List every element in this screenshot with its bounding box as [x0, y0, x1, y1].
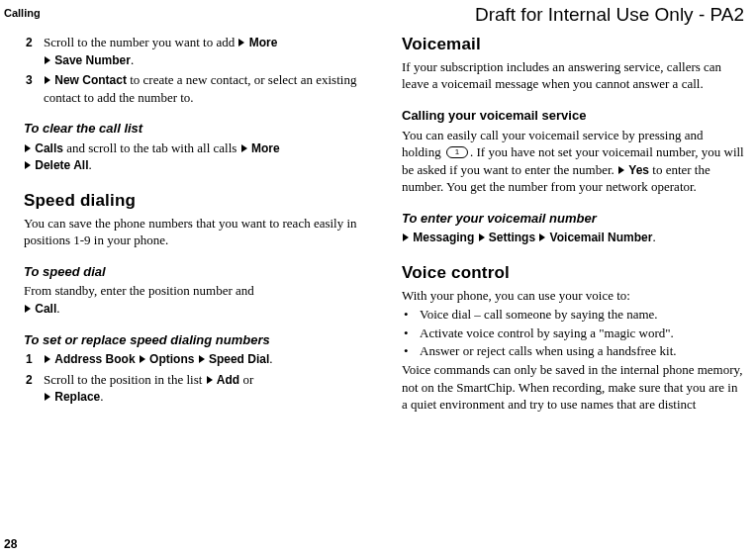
- text: and scroll to the tab with all calls: [63, 140, 240, 155]
- nav-arrow-icon: [618, 166, 624, 174]
- bullet-text: Answer or reject calls when using a hand…: [420, 342, 744, 360]
- heading-enter-voicemail-number: To enter your voicemail number: [402, 210, 744, 228]
- heading-speed-dialing: Speed dialing: [24, 190, 366, 213]
- nav-arrow-icon: [403, 233, 409, 241]
- nav-replace: Replace: [54, 390, 100, 404]
- bullet-item: • Answer or reject calls when using a ha…: [402, 342, 744, 360]
- paragraph: Messaging Settings Voicemail Number.: [402, 229, 744, 246]
- heading-to-speed-dial: To speed dial: [24, 263, 366, 281]
- bullet-text: Voice dial – call someone by saying the …: [420, 306, 744, 324]
- nav-delete-all: Delete All: [35, 158, 88, 172]
- paragraph: You can save the phone numbers that you …: [24, 215, 366, 249]
- nav-arrow-icon: [539, 233, 545, 241]
- text: .: [269, 351, 272, 366]
- step-number: 3: [26, 72, 44, 106]
- nav-arrow-icon: [199, 355, 205, 363]
- step-1: 1 Address Book Options Speed Dial.: [24, 350, 366, 368]
- step-number: 2: [26, 372, 44, 406]
- nav-arrow-icon: [25, 144, 31, 152]
- nav-arrow-icon: [45, 355, 50, 363]
- left-column: 2 Scroll to the number you want to add M…: [24, 34, 366, 530]
- nav-add: Add: [217, 373, 239, 387]
- nav-save-number: Save Number: [54, 53, 131, 67]
- nav-more: More: [251, 141, 280, 155]
- step-number: 2: [26, 35, 44, 68]
- step-body: New Contact to create a new contact, or …: [44, 71, 366, 106]
- step-body: Scroll to the number you want to add Mor…: [44, 34, 366, 68]
- paragraph: Calls and scroll to the tab with all cal…: [24, 140, 366, 174]
- text: .: [89, 157, 92, 172]
- nav-calls: Calls: [35, 141, 63, 155]
- heading-clear-call-list: To clear the call list: [24, 120, 366, 138]
- nav-arrow-icon: [479, 233, 485, 241]
- step-2: 2 Scroll to the number you want to add M…: [24, 34, 366, 68]
- step-3: 3 New Contact to create a new contact, o…: [24, 71, 366, 106]
- bullet-item: • Voice dial – call someone by saying th…: [402, 306, 744, 324]
- nav-call: Call: [35, 302, 56, 316]
- nav-yes: Yes: [628, 163, 649, 177]
- nav-arrow-icon: [45, 76, 50, 84]
- heading-voice-control: Voice control: [402, 262, 744, 285]
- text: or: [239, 372, 253, 387]
- step-2: 2 Scroll to the position in the list Add…: [24, 371, 366, 406]
- nav-arrow-icon: [140, 355, 145, 363]
- text: .: [652, 230, 655, 244]
- bullet-text: Activate voice control by saying a "magi…: [420, 325, 744, 342]
- nav-messaging: Messaging: [413, 231, 474, 244]
- step-body: Scroll to the position in the list Add o…: [44, 371, 366, 406]
- nav-arrow-icon: [241, 144, 247, 152]
- text: Scroll to the number you want to add: [44, 35, 237, 49]
- nav-arrow-icon: [45, 393, 50, 401]
- nav-arrow-icon: [25, 305, 31, 313]
- text: .: [100, 389, 103, 404]
- paragraph: With your phone, you can use your voice …: [402, 287, 744, 305]
- step-number: 1: [26, 351, 44, 368]
- text: Scroll to the position in the list: [44, 372, 206, 387]
- text: .: [131, 52, 134, 67]
- paragraph: If your subscription includes an answeri…: [402, 58, 744, 93]
- draft-notice: Draft for Internal Use Only - PA2: [475, 2, 744, 28]
- paragraph: From standby, enter the position number …: [24, 282, 366, 317]
- heading-set-speed-dial: To set or replace speed dialing numbers: [24, 331, 366, 349]
- nav-settings: Settings: [489, 231, 535, 244]
- paragraph: You can easily call your voicemail servi…: [402, 127, 744, 196]
- right-column: Voicemail If your subscription includes …: [402, 34, 744, 530]
- paragraph: Voice commands can only be saved in the …: [402, 361, 744, 414]
- nav-address-book: Address Book: [54, 352, 135, 366]
- key-1-icon: 1: [446, 146, 468, 158]
- text: .: [56, 301, 59, 316]
- bullet-marker: •: [404, 342, 420, 360]
- text: From standby, enter the position number …: [24, 283, 254, 298]
- nav-arrow-icon: [238, 39, 244, 46]
- nav-more: More: [249, 36, 278, 49]
- content-columns: 2 Scroll to the number you want to add M…: [24, 34, 744, 530]
- heading-calling-voicemail: Calling your voicemail service: [402, 107, 744, 125]
- nav-arrow-icon: [207, 376, 213, 384]
- nav-speed-dial: Speed Dial: [209, 352, 269, 366]
- bullet-marker: •: [404, 306, 420, 324]
- nav-voicemail-number: Voicemail Number: [550, 231, 653, 244]
- bullet-item: • Activate voice control by saying a "ma…: [402, 325, 744, 342]
- nav-options: Options: [149, 352, 194, 366]
- step-body: Address Book Options Speed Dial.: [44, 350, 366, 368]
- running-header-section: Calling: [4, 6, 41, 21]
- page-number: 28: [4, 536, 17, 552]
- bullet-marker: •: [404, 325, 420, 342]
- nav-arrow-icon: [25, 161, 31, 169]
- nav-new-contact: New Contact: [54, 73, 127, 87]
- heading-voicemail: Voicemail: [402, 34, 744, 56]
- nav-arrow-icon: [45, 56, 50, 64]
